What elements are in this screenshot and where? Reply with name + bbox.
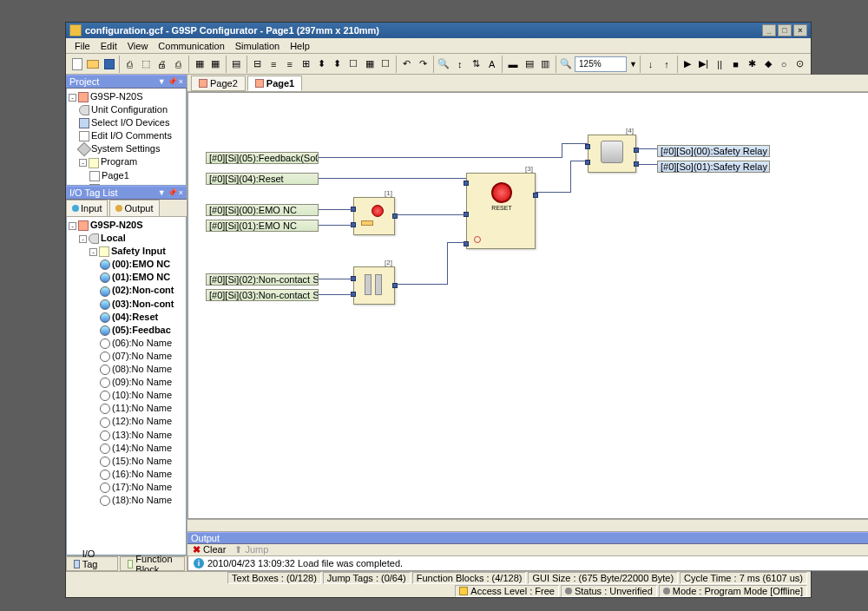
tb-btn-a4[interactable]: ⊞ xyxy=(298,56,312,73)
tb-btn-e4[interactable]: ⊙ xyxy=(792,56,807,73)
status-fblocks: Function Blocks : (4/128) xyxy=(412,572,527,584)
bottom-tab-iotag[interactable]: I/O Tag List xyxy=(66,556,118,571)
page-tabs: Page2 Page1 ▼× xyxy=(187,75,868,92)
tb-btn-c3[interactable]: ▥ xyxy=(537,56,552,73)
tb-btn-c2[interactable]: ▤ xyxy=(522,56,536,73)
tb-btn-a9[interactable]: ☐ xyxy=(378,56,393,73)
project-panel-header: Project ▼📌× xyxy=(66,75,187,89)
tb-btn-a5[interactable]: ⬍ xyxy=(314,56,329,73)
tb-btn-7[interactable]: ⎙ xyxy=(171,56,186,73)
step-button[interactable]: ▶| xyxy=(696,56,711,73)
play-button[interactable]: ▶ xyxy=(681,56,695,73)
project-close-icon[interactable]: × xyxy=(179,77,183,86)
tb-btn-a3[interactable]: ≡ xyxy=(282,56,297,73)
tb-btn-a6[interactable]: ⬍ xyxy=(330,56,345,73)
tb-btn-b2[interactable]: ⇅ xyxy=(469,56,483,73)
tb-btn-e3[interactable]: ○ xyxy=(776,56,791,73)
tb-btn-d1[interactable]: ↓ xyxy=(643,56,658,73)
output-jump[interactable]: ⬆ Jump xyxy=(234,544,268,555)
status-cycletime: Cycle Time : 7 ms (6107 us) xyxy=(680,572,807,584)
tb-btn-d2[interactable]: ↑ xyxy=(659,56,674,73)
tb-btn-c1[interactable]: ▬ xyxy=(505,56,520,73)
iotag-dropdown-icon[interactable]: ▼ xyxy=(158,188,166,197)
new-button[interactable] xyxy=(69,56,84,73)
status-mode: Mode : Program Mode [Offline] xyxy=(659,585,807,597)
find-button[interactable]: 🔍 xyxy=(437,56,451,73)
menu-edit[interactable]: Edit xyxy=(95,39,122,53)
project-dropdown-icon[interactable]: ▼ xyxy=(158,77,166,86)
maximize-button[interactable]: □ xyxy=(778,24,792,36)
iotag-pin-icon[interactable]: 📌 xyxy=(168,188,177,197)
input-tag-feedback[interactable]: [#0][Si](05):Feedback(So0) xyxy=(206,152,319,164)
status-status: Status : Unverified xyxy=(561,585,657,597)
minimize-button[interactable]: _ xyxy=(762,24,776,36)
fb-edm[interactable]: [4] xyxy=(588,135,636,173)
close-button[interactable]: × xyxy=(793,24,807,36)
fb-emo[interactable]: [1] xyxy=(353,197,395,235)
input-tag-sw0[interactable]: [#0][Si](02):Non-contact Swit... xyxy=(206,273,319,286)
app-icon xyxy=(69,24,82,36)
status-textboxes: Text Boxes : (0/128) xyxy=(227,572,321,584)
project-pin-icon[interactable]: 📌 xyxy=(168,77,177,86)
menu-view[interactable]: View xyxy=(122,39,154,53)
tb-btn-4[interactable]: ⎙ xyxy=(122,56,137,73)
window-title: configuration.gcf - G9SP Configurator - … xyxy=(85,25,379,36)
canvas-area[interactable]: [#0][Si](05):Feedback(So0) [#0][Si](04):… xyxy=(187,92,868,519)
tb-btn-e2[interactable]: ◆ xyxy=(760,56,775,73)
pause-button[interactable]: || xyxy=(712,56,727,73)
undo-button[interactable]: ↶ xyxy=(399,56,414,73)
tab-output[interactable]: Output xyxy=(109,200,159,216)
redo-button[interactable]: ↷ xyxy=(415,56,430,73)
fb-reset[interactable]: [3] RESET xyxy=(466,173,536,249)
fb-noncontact[interactable]: [2] xyxy=(353,266,395,305)
iotag-close-icon[interactable]: × xyxy=(179,188,183,197)
menu-help[interactable]: Help xyxy=(285,39,315,53)
status-jumptags: Jump Tags : (0/64) xyxy=(323,572,411,584)
tb-btn-a7[interactable]: ☐ xyxy=(346,56,361,73)
tb-btn-10[interactable]: ▤ xyxy=(229,56,244,73)
tb-btn-8[interactable]: ▦ xyxy=(192,56,207,73)
menu-communication[interactable]: Communication xyxy=(153,39,229,53)
bottom-tab-fb[interactable]: Function Block... xyxy=(120,556,185,571)
output-clear[interactable]: ✖ Clear xyxy=(193,544,226,555)
iotag-tree[interactable]: -G9SP-N20S -Local -Safety Input (00):EMO… xyxy=(66,217,187,555)
project-tree[interactable]: -G9SP-N20S Unit Configuration Select I/O… xyxy=(66,89,187,186)
tb-btn-text[interactable]: A xyxy=(484,56,499,73)
tb-btn-5[interactable]: ⬚ xyxy=(139,56,154,73)
open-button[interactable] xyxy=(85,56,100,73)
menu-bar: File Edit View Communication Simulation … xyxy=(66,38,811,54)
tb-btn-b1[interactable]: ↕ xyxy=(452,56,467,73)
output-tag-relay0[interactable]: [#0][So](00):Safety Relay xyxy=(657,145,770,157)
tab-input[interactable]: Input xyxy=(66,200,108,216)
info-icon: i xyxy=(194,558,204,568)
stop-button[interactable]: ■ xyxy=(728,56,743,73)
input-tag-emo1[interactable]: [#0][Si](01):EMO NC xyxy=(206,220,319,232)
zoom-fit-button[interactable]: 🔍 xyxy=(559,56,574,73)
input-tag-reset[interactable]: [#0][Si](04):Reset xyxy=(206,173,319,185)
tb-btn-a2[interactable]: ≡ xyxy=(266,56,280,73)
zoom-combo[interactable] xyxy=(575,56,627,72)
menu-file[interactable]: File xyxy=(69,39,95,53)
tb-btn-9[interactable]: ▦ xyxy=(207,56,222,73)
main-toolbar: ⎙ ⬚ 🖨 ⎙ ▦ ▦ ▤ ⊟ ≡ ≡ ⊞ ⬍ ⬍ ☐ ▦ ☐ ↶ ↷ 🔍 ↕ … xyxy=(66,54,811,75)
status-bar: Text Boxes : (0/128) Jump Tags : (0/64) … xyxy=(66,571,811,597)
status-access: Access Level : Free xyxy=(455,585,559,597)
menu-simulation[interactable]: Simulation xyxy=(230,39,285,53)
save-button[interactable] xyxy=(102,56,116,73)
canvas-hscroll[interactable] xyxy=(187,519,868,531)
tb-btn-e1[interactable]: ✱ xyxy=(744,56,759,73)
status-guisize: GUI Size : (675 Byte/22000 Byte) xyxy=(528,572,678,584)
output-panel-header: Output ▼📌× xyxy=(187,532,868,544)
tab-page1[interactable]: Page1 xyxy=(247,76,302,91)
output-log: i 2010/04/23 13:09:32 Load file was comp… xyxy=(187,556,868,571)
tb-btn-a1[interactable]: ⊟ xyxy=(250,56,265,73)
tab-page2[interactable]: Page2 xyxy=(191,76,246,91)
input-tag-emo0[interactable]: [#0][Si](00):EMO NC xyxy=(206,204,319,216)
title-bar: configuration.gcf - G9SP Configurator - … xyxy=(66,23,811,38)
tb-btn-a8[interactable]: ▦ xyxy=(362,56,377,73)
iotag-panel-header: I/O Tag List ▼📌× xyxy=(66,186,187,200)
print-button[interactable]: 🖨 xyxy=(155,56,169,73)
input-tag-sw1[interactable]: [#0][Si](03):Non-contact Swit... xyxy=(206,289,319,301)
output-tag-relay1[interactable]: [#0][So](01):Safety Relay xyxy=(657,161,770,173)
